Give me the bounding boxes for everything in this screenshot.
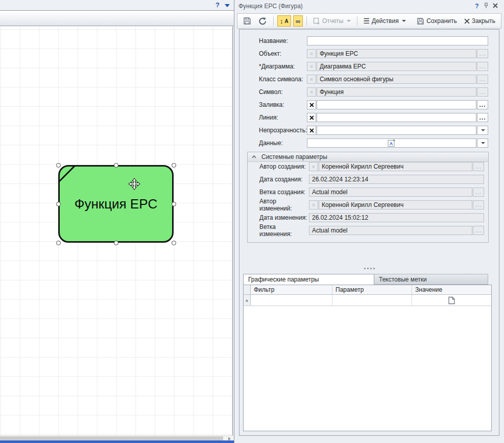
splitter-dot bbox=[367, 268, 369, 269]
parameter-cell[interactable] bbox=[332, 295, 412, 306]
author-modified-value[interactable]: Коренной Кирилл Сергеевич bbox=[319, 200, 472, 209]
dropdown-button[interactable] bbox=[477, 138, 488, 148]
ellipsis-icon: ... bbox=[479, 52, 486, 55]
new-row: * bbox=[244, 295, 491, 306]
clear-x-icon: × bbox=[310, 63, 313, 69]
field-branch-modified: Ветка изменения: Actual model ... bbox=[259, 226, 484, 235]
filter-cell[interactable] bbox=[251, 295, 332, 306]
field-opacity: Непрозрачность: bbox=[259, 126, 488, 135]
branch-modified-value[interactable]: Actual model bbox=[309, 226, 472, 235]
grid-header-row: Фильтр Параметр Значение bbox=[244, 285, 491, 295]
clear-button: × bbox=[307, 62, 316, 71]
selection-handle[interactable] bbox=[56, 241, 61, 245]
branch-created-value[interactable]: Actual model bbox=[309, 188, 472, 197]
selection-handle[interactable] bbox=[114, 163, 118, 168]
line-input[interactable] bbox=[317, 113, 476, 122]
parameters-section: Графические параметры Текстовые метки Фи… bbox=[243, 274, 492, 431]
selection-handle[interactable] bbox=[172, 241, 176, 245]
date-modified-value[interactable]: 26.02.2024 15:02:12 bbox=[309, 213, 484, 222]
data-value[interactable]: A bbox=[307, 138, 476, 148]
dropdown-button[interactable] bbox=[477, 126, 488, 135]
date-created-value[interactable]: 26.02.2024 12:23:14 bbox=[309, 175, 484, 184]
chevron-down-icon[interactable] bbox=[225, 4, 230, 7]
field-branch-created: Ветка создания: Actual model ... bbox=[259, 188, 484, 197]
column-header-value[interactable]: Значение bbox=[412, 285, 491, 294]
page-icon bbox=[447, 296, 456, 305]
help-icon[interactable]: ? bbox=[215, 1, 220, 9]
window-frame-strip bbox=[0, 440, 234, 443]
column-header-parameter[interactable]: Параметр bbox=[332, 285, 412, 294]
field-line: Линия: ... bbox=[259, 113, 488, 122]
field-label: Заливка: bbox=[259, 101, 307, 108]
field-date-created: Дата создания: 26.02.2024 12:23:14 bbox=[259, 175, 484, 184]
chevron-down-icon bbox=[402, 20, 406, 22]
field-label: Объект: bbox=[259, 50, 307, 57]
chevron-down-icon bbox=[481, 129, 485, 131]
field-fill: Заливка: ... bbox=[259, 100, 488, 109]
refresh-icon bbox=[258, 17, 267, 26]
toolbar-separator bbox=[357, 16, 357, 26]
epc-function-shape[interactable]: Функция EPC bbox=[58, 165, 174, 243]
help-icon[interactable]: ? bbox=[472, 3, 482, 10]
field-label: Ветка создания: bbox=[259, 189, 309, 196]
splitter-handle[interactable] bbox=[239, 268, 499, 269]
formatted-text-icon: A bbox=[310, 139, 473, 147]
selection-handle[interactable] bbox=[56, 163, 61, 168]
clear-x-icon: × bbox=[310, 89, 313, 95]
column-header-filter[interactable]: Фильтр bbox=[251, 285, 332, 294]
autoheight-toggle-button[interactable]: ↕A bbox=[277, 15, 291, 27]
group-header[interactable]: Системные параметры bbox=[248, 152, 488, 162]
panel-toolbar: ↕A ∞ Отчеты ☰ Действия Сохранить Закрыть bbox=[237, 13, 501, 29]
link-icon: ∞ bbox=[296, 17, 300, 25]
symbol-class-value[interactable]: Символ основной фигуры bbox=[317, 75, 476, 84]
close-button[interactable]: Закрыть bbox=[462, 15, 498, 27]
actions-button[interactable]: ☰ Действия bbox=[361, 15, 409, 27]
splitter-dot bbox=[373, 268, 375, 269]
selection-handle[interactable] bbox=[172, 163, 176, 168]
horizontal-scrollbar[interactable] bbox=[0, 435, 234, 440]
browse-button[interactable]: ... bbox=[477, 113, 488, 122]
selection-handle[interactable] bbox=[114, 241, 118, 245]
browse-button[interactable]: ... bbox=[477, 100, 488, 109]
field-label: Данные: bbox=[259, 139, 307, 147]
ellipsis-icon: ... bbox=[479, 65, 486, 68]
refresh-button[interactable] bbox=[256, 15, 270, 27]
clear-button[interactable] bbox=[307, 126, 316, 135]
field-label: *Диаграмма: bbox=[259, 63, 307, 70]
symbol-value[interactable]: Функция bbox=[317, 87, 476, 97]
diagram-pane-header: ? bbox=[0, 0, 234, 10]
clear-button[interactable] bbox=[307, 100, 316, 109]
field-author-created: Автор создания: × Коренной Кирилл Сергее… bbox=[259, 162, 484, 171]
clear-button[interactable] bbox=[307, 113, 316, 122]
toolbar-separator bbox=[273, 16, 274, 26]
shape-label: Функция EPC bbox=[75, 196, 158, 212]
floppy-icon bbox=[243, 17, 251, 25]
system-parameters-group: Системные параметры Автор создания: × Ко… bbox=[247, 152, 489, 243]
updown-icon: ↕ bbox=[280, 17, 283, 25]
name-input[interactable] bbox=[307, 36, 488, 45]
clear-button: × bbox=[309, 200, 318, 209]
tab-graphic-parameters[interactable]: Графические параметры bbox=[243, 274, 374, 285]
diagram-canvas[interactable]: Функция EPC bbox=[0, 27, 233, 435]
browse-button: ... bbox=[477, 49, 488, 58]
selection-handle[interactable] bbox=[56, 202, 61, 206]
properties-panel: Функция EPC (Фигура) ? ↕A ∞ Отчеты bbox=[234, 0, 504, 443]
opacity-input[interactable] bbox=[317, 126, 476, 135]
value-cell[interactable] bbox=[412, 295, 491, 306]
object-value[interactable]: Функция EPC bbox=[317, 49, 476, 58]
diagram-value[interactable]: Диаграмма EPC bbox=[317, 62, 476, 71]
close-icon[interactable] bbox=[491, 3, 500, 10]
new-row-marker: * bbox=[244, 295, 251, 306]
tab-text-labels[interactable]: Текстовые метки bbox=[374, 274, 488, 285]
save-icon-button[interactable] bbox=[241, 15, 254, 27]
link-toggle-button[interactable]: ∞ bbox=[293, 15, 303, 27]
hamburger-icon: ☰ bbox=[364, 17, 370, 25]
selection-handle[interactable] bbox=[172, 202, 176, 206]
field-symbol: Символ: × Функция ... bbox=[259, 87, 488, 97]
pin-icon[interactable] bbox=[482, 3, 491, 10]
fill-input[interactable] bbox=[317, 100, 476, 109]
grid-body[interactable] bbox=[244, 306, 491, 431]
author-created-value[interactable]: Коренной Кирилл Сергеевич bbox=[319, 162, 472, 171]
panel-title-bar: Функция EPC (Фигура) ? bbox=[234, 0, 504, 12]
save-button[interactable]: Сохранить bbox=[414, 15, 460, 27]
